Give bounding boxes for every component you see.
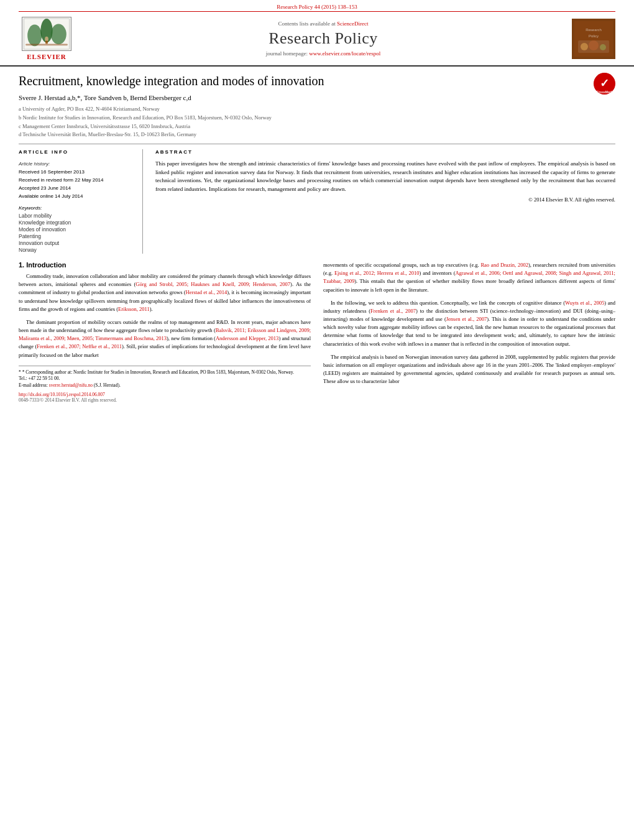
journal-homepage-link[interactable]: www.elsevier.com/locate/respol — [309, 50, 380, 57]
keyword-6: Norway — [19, 247, 136, 253]
keyword-3: Modes of innovation — [19, 226, 136, 233]
footnote-tel: Tel.: +47 22 59 51 00. — [19, 376, 311, 382]
crossmark-badge: ✓ CrossMark — [594, 73, 615, 95]
revised-date: Received in revised form 22 May 2014 — [19, 177, 104, 183]
history-label: Article history: — [19, 161, 50, 167]
body-left-col: 1. Introduction Commodity trade, innovat… — [19, 261, 311, 403]
affiliation-c: c Management Center Innsbruck, Universit… — [19, 122, 615, 131]
ref-frenken2[interactable]: Frenken et al., 2007 — [370, 308, 416, 314]
ref-eriksson[interactable]: Eriksson, 2011 — [118, 306, 150, 312]
abstract-header: ABSTRACT — [155, 149, 615, 155]
svg-text:Policy: Policy — [589, 34, 599, 38]
section1-title: 1. Introduction — [19, 261, 311, 269]
affiliation-d: d Technische Universität Berlin, Mueller… — [19, 131, 615, 139]
online-row: Available online 14 July 2014 — [19, 192, 136, 199]
article-title: Recruitment, knowledge integration and m… — [19, 73, 615, 89]
crossmark-icon: ✓ CrossMark — [594, 73, 615, 95]
article-info-col: ARTICLE INFO Article history: Received 1… — [19, 149, 143, 254]
online-date: Available online 14 July 2014 — [19, 193, 83, 199]
journal-homepage-line: journal homepage: www.elsevier.com/locat… — [87, 50, 559, 57]
right-para2: In the following, we seek to address thi… — [323, 299, 615, 348]
svg-point-15 — [600, 44, 606, 50]
issn-line: 0048-7333/© 2014 Elsevier B.V. All right… — [19, 397, 311, 403]
keyword-5: Innovation output — [19, 240, 136, 246]
journal-cover-thumbnail: Research Policy — [572, 19, 615, 59]
main-body: 1. Introduction Commodity trade, innovat… — [0, 254, 634, 403]
journal-center-header: Contents lists available at ScienceDirec… — [75, 21, 572, 57]
sciencedirect-link-line: Contents lists available at ScienceDirec… — [87, 21, 559, 27]
journal-reference: Research Policy 44 (2015) 138–153 — [277, 4, 357, 10]
journal-header: ELSEVIER Contents lists available at Sci… — [0, 12, 634, 67]
author-names: Sverre J. Herstad a,b,*, Tore Sandven b,… — [19, 94, 191, 101]
footnote-star: * * Corresponding author at: Nordic Inst… — [19, 369, 311, 376]
accepted-date: Accepted 23 June 2014 — [19, 185, 71, 191]
received-date: Received 16 September 2013 — [19, 169, 85, 175]
svg-text:Research: Research — [586, 28, 602, 32]
footnote-email-link[interactable]: sverre.herstad@nifu.no — [49, 382, 93, 388]
svg-text:CrossMark: CrossMark — [597, 90, 613, 94]
article-info-header: ARTICLE INFO — [19, 149, 136, 155]
ref-herstad2014[interactable]: Herstad et al., 2014 — [186, 289, 227, 295]
article-content: ✓ CrossMark Recruitment, knowledge integ… — [0, 67, 634, 254]
doi-link[interactable]: http://dx.doi.org/10.1016/j.respol.2014.… — [19, 392, 105, 397]
ref-andersson[interactable]: Andersson and Klepper, 2013 — [216, 335, 278, 341]
body-para2: The dominant proportion of mobility occu… — [19, 318, 311, 359]
elsevier-brand-text: ELSEVIER — [27, 53, 67, 60]
keyword-1: Labor mobility — [19, 213, 136, 219]
ref-gorg[interactable]: Görg and Strobl, 2005; Hauknes and Knell… — [136, 281, 290, 287]
keyword-2: Knowledge integration — [19, 219, 136, 226]
page: Research Policy 44 (2015) 138–153 — [0, 0, 634, 840]
affiliation-b: b Nordic Institute for Studies in Innova… — [19, 114, 615, 122]
journal-cover-image: Research Policy — [572, 19, 615, 59]
copyright-notice: © 2014 Elsevier B.V. All rights reserved… — [155, 196, 615, 203]
sciencedirect-link[interactable]: ScienceDirect — [337, 21, 368, 27]
elsevier-tree-logo — [22, 17, 71, 51]
footnote-email-line: E-mail address: sverre.herstad@nifu.no (… — [19, 382, 311, 389]
ref-jensen[interactable]: Jensen et al., 2007 — [446, 316, 487, 322]
svg-point-4 — [51, 24, 67, 45]
abstract-text: This paper investigates how the strength… — [155, 160, 615, 193]
ref-wuyts[interactable]: Wuyts et al., 2005 — [565, 300, 604, 306]
keywords-section: Keywords: Labor mobility Knowledge integ… — [19, 205, 136, 253]
revised-row: Received in revised form 22 May 2014 — [19, 176, 136, 183]
affiliations-section: a University of Agder, PO Box 422, N-460… — [19, 105, 615, 139]
svg-rect-7 — [45, 41, 48, 44]
abstract-col: ABSTRACT This paper investigates how the… — [155, 149, 615, 254]
info-abstract-section: ARTICLE INFO Article history: Received 1… — [19, 144, 615, 254]
svg-point-13 — [581, 43, 588, 50]
accepted-row: Accepted 23 June 2014 — [19, 184, 136, 191]
authors-line: Sverre J. Herstad a,b,*, Tore Sandven b,… — [19, 94, 615, 101]
body-para1: Commodity trade, innovation collaboratio… — [19, 272, 311, 313]
history-label-row: Article history: — [19, 160, 136, 167]
right-para1: movements of specific occupational group… — [323, 261, 615, 294]
keyword-4: Patenting — [19, 233, 136, 239]
elsevier-logo-section: ELSEVIER — [19, 17, 75, 60]
journal-title-display: Research Policy — [87, 29, 559, 48]
footnote-section: * * Corresponding author at: Nordic Inst… — [19, 366, 311, 404]
keywords-label: Keywords: — [19, 205, 136, 211]
ref-ejsing[interactable]: Ejsing et al., 2012; Herrera et al., 201… — [334, 270, 420, 276]
affiliation-a: a University of Agder, PO Box 422, N-460… — [19, 105, 615, 113]
svg-point-6 — [45, 37, 48, 42]
right-para3: The empirical analysis is based on Norwe… — [323, 353, 615, 386]
svg-rect-5 — [25, 44, 67, 45]
ref-rao[interactable]: Rao and Drazin, 2002 — [480, 262, 528, 268]
journal-reference-bar: Research Policy 44 (2015) 138–153 — [19, 0, 615, 12]
svg-point-2 — [27, 25, 42, 47]
body-right-col: movements of specific occupational group… — [323, 261, 615, 403]
doi-line: http://dx.doi.org/10.1016/j.respol.2014.… — [19, 392, 311, 397]
svg-point-14 — [589, 40, 599, 50]
ref-frenken[interactable]: Frenken et al., 2007; Neffke et al., 201… — [37, 343, 122, 349]
svg-text:✓: ✓ — [600, 77, 609, 90]
received-row: Received 16 September 2013 — [19, 168, 136, 175]
